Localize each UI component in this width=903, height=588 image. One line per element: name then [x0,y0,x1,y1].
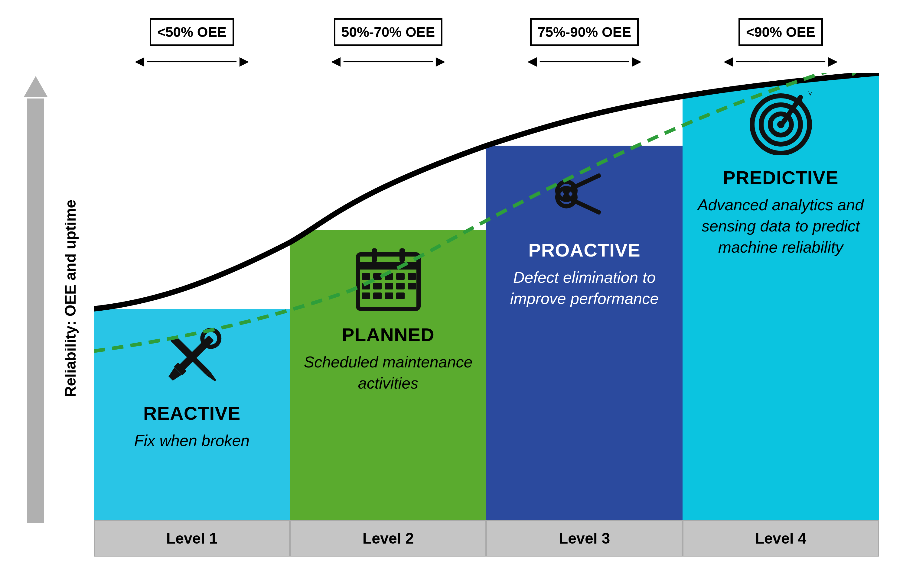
svg-rect-11 [362,273,370,280]
four-columns: REACTIVE Fix when broken Level 1 [94,73,879,557]
svg-rect-21 [362,293,370,299]
main-content: Reliability: OEE and uptime [24,73,879,557]
column-reactive: REACTIVE Fix when broken Level 1 [94,73,290,557]
svg-rect-12 [373,273,382,280]
oee-cell-1: <50% OEE [94,18,290,46]
svg-rect-24 [396,293,404,299]
proactive-title: PROACTIVE [528,239,640,261]
svg-rect-16 [362,283,370,290]
svg-rect-8 [358,262,418,270]
oee-cell-3: 75%-90% OEE [486,18,683,46]
predictive-desc: Advanced analytics and sensing data to p… [690,194,871,258]
predictive-icon-area [747,88,814,155]
svg-rect-19 [396,283,404,290]
oee-box-3: 75%-90% OEE [530,18,639,46]
proactive-icon-area [551,161,618,227]
reactive-top-space [94,73,290,309]
oee-box-4: <90% OEE [738,18,823,46]
target-icon [747,88,814,155]
y-axis-container: Reliability: OEE and uptime [24,73,94,557]
column-proactive: PROACTIVE Defect elimination to improve … [486,73,683,557]
planned-body: PLANNED Scheduled maintenance activities [290,230,486,520]
planned-desc: Scheduled maintenance activities [297,351,479,394]
oee-cell-2: 50%-70% OEE [290,18,486,46]
svg-rect-22 [373,293,382,299]
planned-icon-area [355,245,422,312]
oee-header-row: <50% OEE 50%-70% OEE 75%-90% OEE <90% OE… [94,18,879,46]
svg-rect-30 [569,197,601,215]
svg-rect-15 [407,273,416,280]
arrow-1: ◄────────► [94,50,290,72]
svg-marker-37 [808,91,813,96]
columns-container: REACTIVE Fix when broken Level 1 [94,73,879,557]
y-axis-label: Reliability: OEE and uptime [63,200,78,397]
proactive-desc: Defect elimination to improve performanc… [494,267,675,309]
planned-level: Level 2 [290,520,486,557]
arrow-3: ◄────────► [486,50,683,72]
reactive-desc: Fix when broken [134,430,250,451]
predictive-body: PREDICTIVE Advanced analytics and sensin… [683,73,879,520]
tools-icon [159,324,225,390]
planned-top-space [290,73,486,230]
reactive-icon-area [159,324,225,390]
column-planned: PLANNED Scheduled maintenance activities… [290,73,486,557]
planned-title: PLANNED [342,324,434,345]
predictive-title: PREDICTIVE [723,167,838,188]
scissors-icon [551,161,618,227]
reactive-body: REACTIVE Fix when broken [94,309,290,520]
svg-rect-27 [569,173,601,191]
svg-rect-10 [400,248,405,262]
diagram-container: <50% OEE 50%-70% OEE 75%-90% OEE <90% OE… [0,0,903,588]
svg-rect-14 [396,273,404,280]
reactive-title: REACTIVE [143,403,241,424]
arrow-4: ◄────────► [683,50,879,72]
calendar-icon [355,245,422,312]
label-column: Reliability: OEE and uptime [47,73,94,557]
svg-rect-23 [385,293,393,299]
svg-rect-13 [385,273,393,280]
arrow-body [27,76,44,523]
column-predictive: PREDICTIVE Advanced analytics and sensin… [683,73,879,557]
arrow-visual [27,76,44,523]
svg-rect-9 [372,248,377,262]
arrow-column [24,73,47,557]
reactive-level: Level 1 [94,520,290,557]
arrow-row: ◄────────► ◄────────► ◄────────► ◄──────… [94,50,879,72]
svg-rect-18 [385,283,393,290]
proactive-top-space [486,73,683,146]
svg-rect-20 [407,283,416,290]
svg-rect-17 [373,283,382,290]
oee-cell-4: <90% OEE [683,18,879,46]
predictive-level: Level 4 [683,520,879,557]
oee-box-1: <50% OEE [150,18,234,46]
arrow-2: ◄────────► [290,50,486,72]
proactive-level: Level 3 [486,520,683,557]
oee-box-2: 50%-70% OEE [334,18,442,46]
proactive-body: PROACTIVE Defect elimination to improve … [486,146,683,520]
